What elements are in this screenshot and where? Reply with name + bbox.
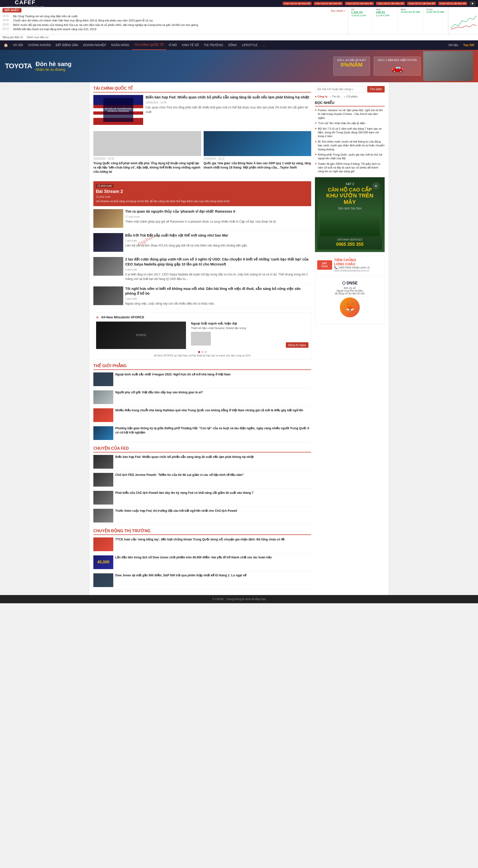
nav-item-more[interactable]: ... [260,40,268,50]
search-input[interactable] [315,86,366,92]
small-title-3[interactable]: 2 lao đất cược đúng giúp vươn tới con số… [125,257,311,267]
featured-article[interactable]: Digihub 13 phút trước Bài Stream 2 13 ph… [93,181,311,206]
dong-title-3[interactable]: Dow Jones lại mất gần 500 điểm, S&P 500 … [115,574,246,587]
mitsubishi-footer-text: All-New XFORCE tại Việt Nam sở hữu thiết… [96,354,308,357]
main-article-title[interactable]: Biến bán họp Fed: Nhiều quan chức bỏ phi… [146,95,311,100]
featured-title[interactable]: Bài Stream 2 [96,189,309,194]
doc-nhieu-text-3[interactable]: Mỹ tốn 7,5 tỷ và 2 năm mới xây dựng 7 tr… [318,127,385,138]
stock-name-bidv: BIDV [401,8,420,11]
doc-nhieu-text-4[interactable]: BI: Khi nhiều nước muốn về thế thống trị… [318,140,385,151]
doc-nhieu-text-2[interactable]: "Con nợ" lớn nhất châu Âu sắp lộ diện [318,121,365,125]
ad-close-btn[interactable]: ✕ [372,182,380,190]
fed-title-1[interactable]: Biến bán họp Fed: Nhiều quan chức bỏ phi… [115,455,254,469]
the-gioi-title-2[interactable]: Người phụ nữ gốc Việt đầu tiên sắp bay v… [115,391,203,404]
chon-ma-btn-2[interactable]: Chọn mã CK cần theo dõi [314,2,343,5]
doc-nhieu-text-5[interactable]: Không phải Trung Quốc, quốc gia này mới … [318,153,385,160]
the-gioi-section-title: THẾ GIỚI PHẲNG [93,364,311,370]
stock-ticker: VN 1,281.03 ▲14.12 1.11% HNX 246.91 ▲1.7… [348,7,478,34]
nav-data-link[interactable]: Dữ liệu [446,43,461,47]
nav-item-tai-chinh-quoc-te[interactable]: TÀI CHÍNH QUỐC TẾ [132,40,166,50]
nav-item-kinh-te-so[interactable]: KINH TẾ SỐ [179,40,201,50]
small-desc-3: It ai biết rằng từ năm 2017, CEO Satya N… [125,272,311,281]
nav-home-icon[interactable]: 🏠 [1,43,10,47]
stock-name-hnx: HNX [376,8,395,11]
chon-ma-btn-5[interactable]: Chọn mã CK cần theo dõi [407,2,436,5]
mitsubishi-thumb [191,332,211,345]
offer-title-2: GÓI 2: 1 NĂM BẢO HIỂM TOYOTA [378,59,417,62]
nav-item-thi-truong[interactable]: THỊ TRƯỜNG [201,40,226,50]
ticker-text-1[interactable]: Bộ Công Thương nói về cùng ứng điện trên… [13,14,78,18]
main-nav: 🏠 XÃ HỘI CHỨNG KHOÁN BẤT ĐỘNG SẢN DOANH … [0,40,478,50]
banner-offer-2[interactable]: GÓI 2: 1 NĂM BẢO HIỂM TOYOTA 🚗 [374,57,421,75]
mitsubishi-content: XFORCE Ngoại thất mạnh mẽ, hiện đại Thiế… [96,321,308,349]
ad-inner: ✕ A&T 2 CĂN HỘ CAO CẤP KHU VƯỜN TRÊN MÂY… [315,177,385,252]
nav-top200-link[interactable]: Top 200 [461,43,477,47]
fed-title-4[interactable]: Trước thêm cuộc họp Fed, thị trường đặt … [115,509,237,523]
main-article-image: BOARD OF GOVERNORSFEDERAL RESERVE [93,95,143,125]
dot-2[interactable] [201,351,203,353]
danh-muc-label[interactable]: Danh mục đầu tư [27,36,48,39]
stock-name-gtgd: GTGD [426,8,445,11]
dnse-logo: ⬡ DNSE [319,281,381,285]
bang-gia-label[interactable]: Bảng giá điện tử [2,36,23,39]
small-title-1[interactable]: Tìm ra quan tài nguyên thủy của 'pharaoh… [125,209,311,214]
small-title-4[interactable]: Tôi nghĩ hưu sớm vì biết sẽ không mua nổ… [125,286,311,296]
search-tab-co-phieu[interactable]: ○ Cổ phiếu [344,95,358,98]
ad-longchau-block[interactable]: FPT Retail TIÊM CHỦNG LONG CHÂU 📞 1800 6… [315,256,385,274]
fed-img-2 [93,473,113,487]
dropdown-arrow[interactable]: ▼ [469,1,476,6]
fed-item-3: Phát biểu của Chủ tịch Powell làm dày lê… [93,491,311,507]
grid-title-2[interactable]: Quốc gia 'nhà giàu' của Đông Nam Á báo c… [204,161,311,170]
nav-item-ngan-hang[interactable]: NGÂN HÀNG [109,40,132,50]
the-gioi-title-1[interactable]: Ngoại binh xuất sắc nhất V-league 2023: … [115,372,231,386]
nav-item-doanh-nghiep[interactable]: DOANH NGHIỆP [81,40,109,50]
nav-item-song[interactable]: SỐNG [226,40,239,50]
mitsubishi-cta-btn[interactable]: Đăng Ký Ngay [286,342,308,348]
ticker-text-3[interactable]: BIDV muốn đổi giá trái phiếu của Hoàng A… [13,23,198,27]
small-meta-1: 27 phút trước [125,215,311,218]
chon-ma-btn-3[interactable]: Chọn mã CK cần theo dõi [345,2,374,5]
grid-title-1[interactable]: Trung Quốc công bố phát minh đột phá: Ứn… [93,161,201,174]
banner-sub-text: Nhận tài ưu đương [36,67,71,71]
stock-val-hnx: 246.91 [376,11,395,14]
dot-3[interactable] [205,351,207,353]
doc-nhieu-text-1[interactable]: Forbes: Ukraine 'no nê' đạn pháo Mỹ, ngh… [318,108,385,120]
chon-ma-btn-4[interactable]: Chọn mã CK cần theo dõi [376,2,405,5]
banner-ad[interactable]: TOYOTA Đón hè sang Nhận tài ưu đương GÓI… [0,50,478,82]
nav-item-chung-khoan[interactable]: CHỨNG KHOÁN [25,40,53,50]
dot-1[interactable] [198,351,200,353]
ticker-bar: MỚI NHẤT! Đọc nhanh » 15:16 Bộ Công Thươ… [0,7,478,34]
dong-title-1[interactable]: TTCK toàn cầu 'nóng bỏng tay', đến lượt … [115,537,284,551]
the-gioi-phang-section: THẾ GIỚI PHẲNG Ngoại binh xuất sắc nhất … [93,364,311,442]
fed-title-2[interactable]: Chủ tịch FED Jerome Powell: "Niềm tin củ… [115,473,244,487]
the-gioi-title-4[interactable]: Phương tiện giao thông kỳ lạ giữa đường … [115,426,311,440]
ad-khu-vuon: KHU VƯỜN TRÊN MÂY [320,192,380,206]
ad-right-block[interactable]: ✕ A&T 2 CĂN HỘ CAO CẤP KHU VƯỜN TRÊN MÂY… [315,177,385,252]
top-bar-right: Chọn mã CK cần theo dõi Chọn mã CK cần t… [282,1,476,6]
ticker-time-3: 15:15 [2,23,11,26]
doc-nhieu-text-6[interactable]: Trader lãi gần 200% trong 4 tháng: Tôi g… [318,162,385,174]
search-button[interactable]: Tìm kiếm [367,86,385,92]
dong-title-2[interactable]: Lần đầu tiên trong lịch sử Dow Jones chớ… [115,555,272,569]
offer-icon: 🚗 [378,62,417,73]
nav-item-xa-hoi[interactable]: XÃ HỘI [10,40,25,50]
nav-item-lifestyle[interactable]: LIFESTYLE [239,40,260,50]
ticker-text-4[interactable]: NHNN bắt đầu thanh tra hoạt động kinh do… [13,27,96,31]
doc-nhieu-item-5: ● Không phải Trung Quốc, quốc gia này mớ… [315,153,385,160]
nav-item-bat-dong-san[interactable]: BẤT ĐỘNG SẢN [53,40,81,50]
ticker-text-2[interactable]: Chuỗi cầm đồ nhiều chi nhánh nhất Việt N… [13,19,153,22]
fed-title-3[interactable]: Phát biểu của Chủ tịch Powell làm dày lê… [115,491,253,504]
chon-ma-btn-1[interactable]: Chọn mã CK cần theo dõi [282,2,312,5]
the-gioi-title-3[interactable]: Nhiều điều trong chuỗi nhà hàng Hallidao… [115,408,303,422]
nav-item-vi-mo[interactable]: VĨ MÔ [166,40,179,50]
small-title-2[interactable]: Bầu trời Trái Đất sắp xuất hiện vật thể … [125,233,311,238]
banner-offer-1[interactable]: GÓI 1: ƯU ĐÃI LÃI SUẤT 0%/NĂM [333,57,370,75]
search-tab-tin[interactable]: ○ Tìm lã... [330,95,342,98]
doc-nhanh-link[interactable]: Đọc nhanh » [331,9,345,12]
search-tab-cong-ty[interactable]: ● Công ty [315,95,328,98]
stock-item-gtgd: GTGD 2,125.705 tỷ VNĐ [423,7,448,34]
doc-nhieu-item-1: ● Forbes: Ukraine 'no nê' đạn pháo Mỹ, n… [315,108,385,120]
chon-ma-btn-6[interactable]: Chọn mã CK cần theo dõi [438,2,467,5]
moi-nhat-label: MỚI NHẤT! [2,8,22,12]
dnse-ad[interactable]: ⬡ DNSE Anh chị ơi! Người Ứng Phó do Đâuđ… [315,277,385,324]
